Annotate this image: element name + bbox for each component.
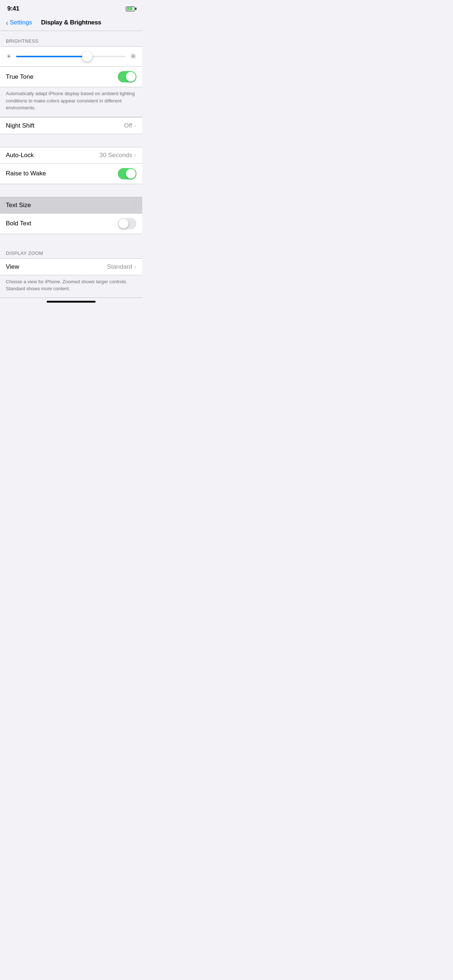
raise-to-wake-row: Raise to Wake xyxy=(0,163,142,184)
night-shift-label: Night Shift xyxy=(6,122,34,129)
back-label: Settings xyxy=(10,19,32,26)
page-wrapper: 9:41 ⚡ ‹ Settings Display & Brightness B… xyxy=(0,0,142,310)
battery-bolt: ⚡ xyxy=(128,8,131,10)
true-tone-row: True Tone xyxy=(0,66,142,87)
battery-body: ⚡ xyxy=(126,6,135,11)
brightness-card: ☀ ✳ True Tone xyxy=(0,46,142,87)
slider-track xyxy=(16,56,126,57)
view-chevron-icon: › xyxy=(134,263,136,270)
view-value: Standard xyxy=(107,263,132,270)
true-tone-label: True Tone xyxy=(6,73,33,81)
raise-to-wake-thumb xyxy=(126,169,136,179)
true-tone-toggle[interactable] xyxy=(118,71,136,83)
brightness-section-header: BRIGHTNESS xyxy=(0,35,142,46)
home-bar xyxy=(47,301,96,302)
raise-to-wake-toggle[interactable] xyxy=(118,168,136,180)
gap-3 xyxy=(0,134,142,147)
bold-text-toggle[interactable] xyxy=(118,218,136,229)
text-size-label: Text Size xyxy=(6,202,31,209)
text-size-row[interactable]: Text Size › xyxy=(0,197,142,213)
night-shift-card: Night Shift Off › xyxy=(0,118,142,134)
slider-thumb[interactable] xyxy=(82,51,92,62)
sun-large-icon: ✳ xyxy=(130,52,136,61)
back-chevron-icon: ‹ xyxy=(6,19,8,26)
night-shift-value-group: Off › xyxy=(124,122,136,129)
display-zoom-header-text: DISPLAY ZOOM xyxy=(6,250,43,256)
view-label: View xyxy=(6,263,19,270)
slider-fill xyxy=(16,56,87,57)
status-time: 9:41 xyxy=(7,5,19,13)
brightness-header-text: BRIGHTNESS xyxy=(6,38,39,44)
back-button[interactable]: ‹ Settings xyxy=(6,19,32,26)
bold-text-thumb xyxy=(118,219,128,229)
display-zoom-section-header: DISPLAY ZOOM xyxy=(0,247,142,258)
sun-small-icon: ☀ xyxy=(6,52,12,60)
true-tone-thumb xyxy=(126,72,136,82)
content: BRIGHTNESS ☀ ✳ True Tone xyxy=(0,31,142,298)
auto-lock-value-group: 30 Seconds › xyxy=(100,152,136,159)
night-shift-value: Off xyxy=(124,122,132,129)
text-card: Text Size › Bold Text xyxy=(0,197,142,234)
raise-to-wake-label: Raise to Wake xyxy=(6,170,46,177)
auto-lock-chevron-icon: › xyxy=(134,152,136,159)
text-size-chevron-icon: › xyxy=(134,202,136,209)
gap-5 xyxy=(0,234,142,247)
gap-4 xyxy=(0,184,142,197)
bold-text-label: Bold Text xyxy=(6,220,31,227)
nav-bar: ‹ Settings Display & Brightness xyxy=(0,16,142,31)
brightness-slider-row: ☀ ✳ xyxy=(0,47,142,66)
bold-text-row: Bold Text xyxy=(0,213,142,234)
battery-icon: ⚡ xyxy=(126,6,135,11)
true-tone-description: Automatically adapt iPhone display based… xyxy=(6,91,135,110)
home-indicator xyxy=(0,298,142,310)
view-description: Choose a view for iPhone. Zoomed shows l… xyxy=(6,279,127,292)
page-title: Display & Brightness xyxy=(41,19,101,26)
night-shift-chevron-icon: › xyxy=(134,122,136,129)
display-zoom-card: View Standard › xyxy=(0,258,142,275)
view-description-row: Choose a view for iPhone. Zoomed shows l… xyxy=(0,275,142,298)
auto-lock-value: 30 Seconds xyxy=(100,152,132,159)
status-bar: 9:41 ⚡ xyxy=(0,0,142,16)
true-tone-description-row: Automatically adapt iPhone display based… xyxy=(0,87,142,117)
auto-lock-row[interactable]: Auto-Lock 30 Seconds › xyxy=(0,147,142,163)
view-row[interactable]: View Standard › xyxy=(0,259,142,275)
night-shift-row[interactable]: Night Shift Off › xyxy=(0,118,142,134)
status-icons: ⚡ xyxy=(126,6,135,11)
battery-fill: ⚡ xyxy=(127,7,132,10)
view-value-group: Standard › xyxy=(107,263,136,270)
gap-1 xyxy=(0,31,142,35)
lock-card: Auto-Lock 30 Seconds › Raise to Wake xyxy=(0,147,142,184)
brightness-slider[interactable] xyxy=(16,53,126,60)
auto-lock-label: Auto-Lock xyxy=(6,152,34,159)
